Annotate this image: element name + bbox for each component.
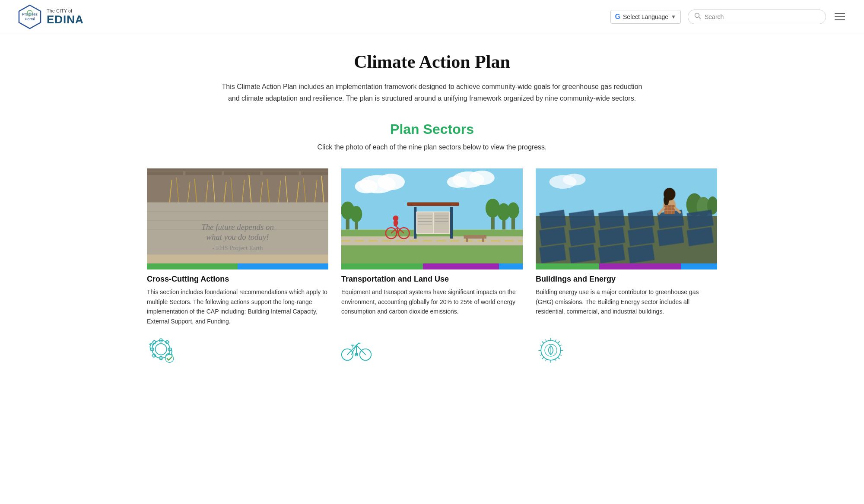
svg-rect-46 (152, 340, 156, 344)
svg-rect-75 (417, 212, 433, 233)
page-title: Climate Action Plan (147, 51, 717, 72)
progress-blue (681, 263, 717, 269)
card-icon-bike (341, 333, 523, 368)
svg-line-153 (558, 342, 560, 343)
hamburger-line-3 (835, 19, 845, 20)
svg-point-41 (156, 344, 167, 355)
svg-line-6 (699, 17, 701, 19)
card-icon-gear (147, 333, 328, 368)
svg-line-151 (542, 342, 544, 343)
card-progress-bar-cross-cutting (147, 263, 328, 269)
card-desc-transportation: Equipment and transport systems have sig… (341, 287, 523, 326)
progress-purple (423, 263, 499, 269)
logo-edina-text: EDINA (47, 13, 84, 26)
card-title-cross-cutting: Cross-Cutting Actions (147, 275, 328, 284)
svg-rect-10 (185, 171, 222, 175)
search-input[interactable] (705, 13, 820, 20)
svg-line-98 (356, 345, 365, 355)
svg-rect-12 (263, 171, 299, 175)
svg-rect-9 (147, 171, 183, 175)
progress-green (147, 263, 238, 269)
main-content: Climate Action Plan This Climate Action … (130, 34, 734, 385)
progress-green (341, 263, 423, 269)
svg-point-91 (393, 216, 399, 221)
bike-icon (341, 335, 372, 365)
hamburger-line-2 (835, 16, 845, 17)
card-progress-bar-transportation (341, 263, 523, 269)
svg-text:e: e (29, 11, 31, 15)
svg-point-56 (469, 171, 495, 185)
logo-text: The CITY of EDINA (47, 8, 84, 26)
progress-blue (499, 263, 523, 269)
svg-point-57 (447, 176, 467, 188)
card-icon-leaf (536, 333, 717, 368)
transportation-image-svg (341, 168, 523, 263)
card-buildings-energy[interactable]: Buildings and Energy Building energy use… (536, 168, 717, 368)
buildings-energy-image-svg (536, 168, 717, 263)
page-description: This Climate Action Plan includes an imp… (216, 81, 648, 104)
svg-rect-68 (341, 230, 523, 264)
svg-point-67 (507, 203, 519, 219)
svg-rect-137 (664, 205, 675, 214)
plan-sectors-subtitle: Click the photo of each of the nine plan… (147, 143, 717, 151)
svg-line-154 (542, 358, 544, 359)
svg-text:The future depends on: The future depends on (201, 222, 274, 231)
svg-rect-49 (165, 340, 169, 344)
svg-rect-11 (224, 171, 260, 175)
cross-cutting-image-svg: The future depends on what you do today!… (147, 168, 328, 263)
card-progress-bar-buildings (536, 263, 717, 269)
card-image-buildings-energy (536, 168, 717, 263)
hamburger-line-1 (835, 13, 845, 14)
svg-point-53 (378, 174, 405, 190)
progress-purple (599, 263, 681, 269)
search-icon (694, 13, 701, 21)
plan-sectors-title: Plan Sectors (147, 121, 717, 137)
select-language-button[interactable]: G Select Language ▼ (610, 10, 681, 24)
card-title-transportation: Transportation and Land Use (341, 275, 523, 284)
svg-rect-76 (434, 212, 449, 233)
card-desc-buildings: Building energy use is a major contribut… (536, 287, 717, 326)
chevron-down-icon: ▼ (671, 14, 676, 20)
card-cross-cutting[interactable]: The future depends on what you do today!… (147, 168, 328, 368)
svg-point-136 (664, 195, 669, 206)
logo[interactable]: Progress Portal e The CITY of EDINA (17, 4, 84, 29)
logo-top-text: The CITY of (47, 8, 84, 13)
svg-rect-8 (147, 168, 328, 171)
svg-rect-73 (407, 203, 459, 206)
progress-green (536, 263, 599, 269)
svg-rect-48 (152, 353, 156, 357)
google-g-icon: G (615, 13, 620, 21)
svg-rect-21 (147, 255, 328, 264)
search-box (688, 10, 826, 24)
leaf-sun-icon (536, 335, 566, 365)
svg-rect-94 (482, 237, 484, 242)
select-language-label: Select Language (623, 13, 668, 20)
svg-line-152 (558, 358, 560, 359)
card-desc-cross-cutting: This section includes foundational recom… (147, 287, 328, 326)
card-image-cross-cutting: The future depends on what you do today!… (147, 168, 328, 263)
progress-blue (238, 263, 328, 269)
svg-text:- EHS Project Earth: - EHS Project Earth (212, 244, 263, 251)
logo-hex-icon: Progress Portal e (17, 4, 42, 29)
svg-point-109 (563, 174, 586, 186)
svg-point-61 (350, 206, 362, 222)
card-title-buildings: Buildings and Energy (536, 275, 717, 284)
svg-point-54 (355, 180, 378, 193)
hamburger-menu-button[interactable] (833, 12, 847, 22)
cards-grid: The future depends on what you do today!… (147, 168, 717, 368)
card-transportation[interactable]: Transportation and Land Use Equipment an… (341, 168, 523, 368)
header-right: G Select Language ▼ (610, 10, 847, 24)
header: Progress Portal e The CITY of EDINA G Se… (0, 0, 864, 34)
svg-rect-72 (450, 207, 453, 239)
svg-text:what you do today!: what you do today! (206, 232, 269, 241)
gear-icon (147, 335, 177, 365)
svg-rect-93 (466, 237, 468, 242)
svg-text:Portal: Portal (25, 17, 35, 21)
svg-rect-13 (301, 171, 328, 175)
card-image-transportation (341, 168, 523, 263)
